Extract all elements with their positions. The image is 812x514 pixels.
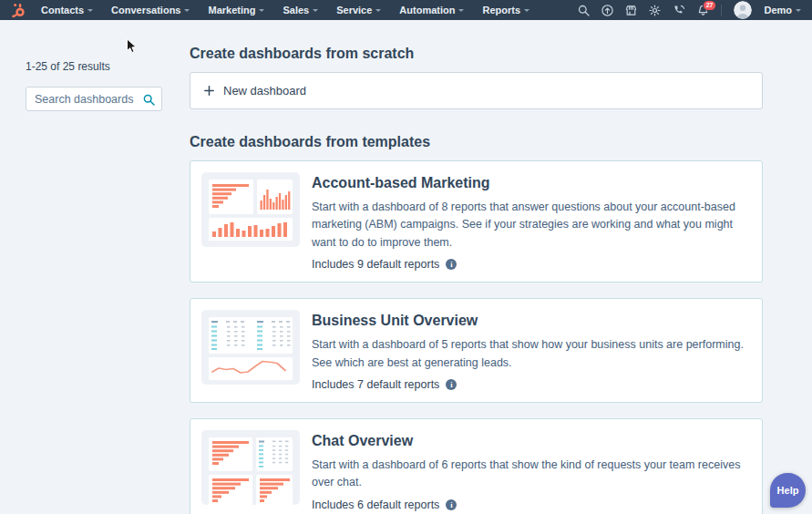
search-icon[interactable]	[143, 93, 155, 109]
account-name: Demo	[764, 5, 792, 15]
calls-phone-icon[interactable]	[673, 5, 685, 16]
search-dashboards-input[interactable]	[26, 87, 162, 111]
template-includes: Includes 9 default reports	[312, 258, 439, 271]
template-thumbnail-bar-charts	[201, 172, 300, 247]
results-count: 1-25 of 25 results	[26, 60, 162, 73]
search-dashboards-box	[26, 87, 162, 111]
template-title: Chat Overview	[312, 433, 751, 449]
template-card-account-based-marketing[interactable]: Account-based Marketing Start with a das…	[190, 160, 763, 283]
nav-item-automation[interactable]: Automation	[399, 5, 464, 15]
navbar-divider	[721, 5, 722, 16]
search-icon[interactable]	[578, 5, 590, 16]
nav-item-marketing[interactable]: Marketing	[208, 5, 264, 15]
chevron-down-icon	[313, 9, 318, 12]
template-description: Start with a dashboard of 8 reports that…	[312, 199, 751, 252]
template-thumbnail-hbar-charts	[201, 430, 300, 505]
plus-icon	[204, 83, 214, 99]
upgrade-icon[interactable]	[601, 5, 613, 16]
chevron-down-icon	[458, 9, 464, 12]
help-label: Help	[777, 485, 799, 496]
nav-item-contacts[interactable]: Contacts	[41, 5, 93, 15]
settings-gear-icon[interactable]	[649, 5, 661, 16]
template-title: Business Unit Overview	[312, 313, 751, 329]
template-card-chat-overview[interactable]: Chat Overview Start with a dashboard of …	[190, 418, 763, 514]
mouse-cursor	[126, 38, 138, 58]
marketplace-icon[interactable]	[625, 5, 637, 16]
nav-label: Conversations	[111, 5, 180, 15]
templates-heading: Create dashboards from templates	[190, 134, 763, 149]
info-icon[interactable]	[446, 499, 457, 510]
template-description: Start with a dashboard of 6 reports that…	[312, 457, 751, 492]
hubspot-logo-icon[interactable]	[11, 3, 26, 18]
nav-item-service[interactable]: Service	[336, 5, 381, 15]
template-card-body: Account-based Marketing Start with a das…	[312, 172, 751, 271]
notifications-bell-icon[interactable]: 27	[697, 5, 709, 16]
nav-label: Sales	[283, 5, 309, 15]
chevron-down-icon	[796, 9, 801, 12]
account-menu[interactable]: Demo	[764, 5, 801, 15]
chevron-down-icon	[524, 9, 529, 12]
chevron-down-icon	[87, 9, 93, 12]
nav-item-reports[interactable]: Reports	[482, 5, 529, 15]
template-description: Start with a dashboard of 5 reports that…	[312, 336, 751, 372]
nav-item-conversations[interactable]: Conversations	[111, 5, 190, 15]
template-title: Account-based Marketing	[312, 175, 751, 191]
template-thumbnail-tables-line	[201, 310, 300, 385]
nav-label: Service	[336, 5, 372, 15]
template-card-body: Chat Overview Start with a dashboard of …	[312, 430, 751, 511]
help-button[interactable]: Help	[770, 473, 806, 508]
new-dashboard-label: New dashboard	[223, 84, 306, 98]
nav-label: Reports	[482, 5, 520, 15]
template-includes: Includes 6 default reports	[312, 499, 439, 511]
nav-label: Contacts	[41, 5, 84, 15]
chevron-down-icon	[259, 9, 264, 12]
nav-item-sales[interactable]: Sales	[283, 5, 318, 15]
chevron-down-icon	[375, 9, 381, 12]
template-card-business-unit-overview[interactable]: Business Unit Overview Start with a dash…	[190, 298, 763, 403]
dashboards-sidebar: 1-25 of 25 results	[26, 60, 162, 111]
template-includes: Includes 7 default reports	[312, 378, 439, 391]
nav-label: Marketing	[208, 5, 255, 15]
template-card-body: Business Unit Overview Start with a dash…	[312, 310, 751, 391]
info-icon[interactable]	[446, 259, 457, 270]
main-content: Create dashboards from scratch New dashb…	[190, 46, 763, 514]
navbar-actions: 27 Demo	[578, 1, 801, 19]
new-dashboard-button[interactable]: New dashboard	[190, 72, 763, 109]
top-navbar: Contacts Conversations Marketing Sales S…	[0, 0, 812, 20]
avatar[interactable]	[734, 1, 752, 19]
notification-badge: 27	[703, 0, 717, 11]
info-icon[interactable]	[446, 379, 457, 390]
nav-label: Automation	[399, 5, 455, 15]
chevron-down-icon	[184, 9, 190, 12]
primary-nav: Contacts Conversations Marketing Sales S…	[41, 5, 529, 15]
scratch-heading: Create dashboards from scratch	[190, 46, 763, 61]
hubspot-dashboards-page: Contacts Conversations Marketing Sales S…	[0, 0, 812, 514]
